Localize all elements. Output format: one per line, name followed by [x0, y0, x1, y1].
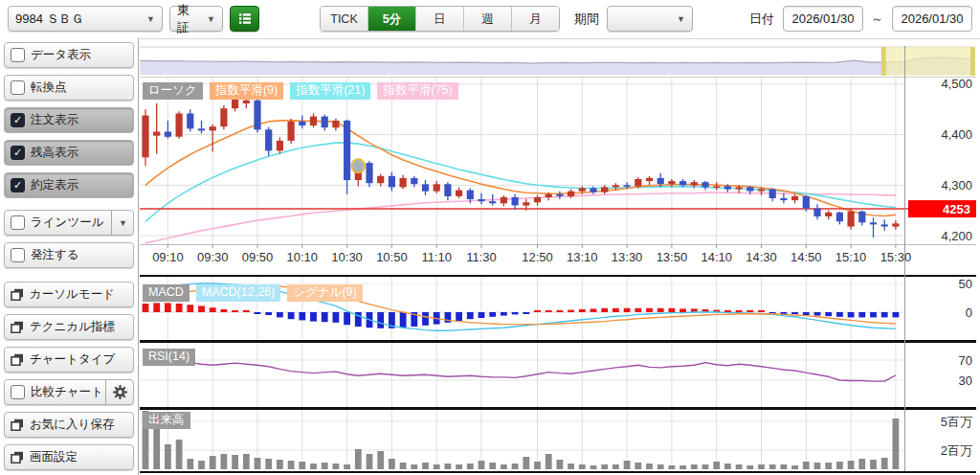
sidebar-item-label: 注文表示 — [31, 112, 78, 128]
turning-point-checkbox[interactable] — [11, 80, 25, 95]
place-order-checkbox[interactable] — [11, 248, 25, 262]
navigator-handle-right[interactable] — [970, 47, 975, 76]
rsi-panel[interactable] — [145, 360, 896, 381]
panels-icon — [11, 288, 24, 301]
legend-ema21: 指数平滑(21) — [290, 82, 370, 100]
chevron-down-icon: ▼ — [141, 14, 155, 24]
sidebar-item-line-tool[interactable]: ラインツール▼ — [4, 210, 134, 236]
sidebar-item-label: 約定表示 — [31, 177, 78, 193]
svg-text:10:30: 10:30 — [331, 250, 363, 264]
rsi-legend: RSI(14) — [143, 349, 195, 366]
svg-text:5百万: 5百万 — [941, 415, 972, 429]
sidebar-item-chart-type[interactable]: チャートタイプ — [4, 347, 134, 373]
date-from-input[interactable]: 2026/01/30 — [783, 6, 863, 32]
chart-svg[interactable]: 4,5004,4004,3004,200425350070305百万2百万09:… — [0, 0, 980, 475]
market-select[interactable]: 東証 ▼ — [169, 6, 223, 32]
sidebar-item-technical-indicator[interactable]: テクニカル指標 — [4, 314, 134, 340]
symbol-select-value: 9984 ＳＢＧ — [15, 11, 84, 28]
chevron-down-icon[interactable]: ▼ — [111, 211, 127, 235]
sidebar-item-place-order[interactable]: 発注する — [4, 242, 134, 268]
navigator[interactable] — [140, 47, 975, 76]
legend-candle: ローソク — [143, 82, 203, 100]
watchlist-button[interactable] — [230, 6, 259, 32]
sidebar-item-data-display[interactable]: データ表示 — [4, 42, 134, 68]
svg-text:15:30: 15:30 — [880, 250, 912, 264]
timeframe-tick[interactable]: TICK — [321, 7, 368, 32]
date-to-input[interactable]: 2026/01/30 — [892, 6, 972, 32]
sidebar-item-screen-settings[interactable]: 画面設定 — [4, 444, 134, 470]
chevron-down-icon: ▼ — [671, 14, 685, 24]
time-axis: 09:1009:3009:5010:1010:3010:5011:1011:30… — [152, 244, 911, 264]
svg-text:15:10: 15:10 — [835, 250, 867, 264]
sidebar-item-execution-display[interactable]: ✓約定表示 — [4, 172, 134, 198]
legend-ema9: 指数平滑(9) — [210, 82, 283, 100]
svg-text:50: 50 — [959, 277, 972, 291]
navigator-handle-left[interactable] — [881, 47, 886, 76]
sidebar-item-label: 転換点 — [31, 79, 67, 96]
timeframe-week[interactable]: 週 — [463, 7, 511, 32]
timeframe-day[interactable]: 日 — [415, 7, 463, 32]
date-label: 日付 — [749, 6, 774, 32]
sidebar-item-save-favorite[interactable]: お気に入り保存 — [4, 412, 134, 438]
svg-text:70: 70 — [959, 353, 972, 368]
volume-legend: 出来高 — [143, 412, 190, 429]
svg-text:0: 0 — [966, 305, 972, 320]
data-display-checkbox[interactable] — [11, 48, 25, 62]
sidebar-item-turning-point[interactable]: 転換点 — [4, 75, 134, 101]
gear-icon[interactable] — [105, 380, 127, 404]
balance-display-checkbox[interactable]: ✓ — [11, 146, 25, 160]
svg-text:10:50: 10:50 — [376, 250, 408, 264]
sidebar-item-label: カーソルモード — [30, 286, 115, 303]
sidebar: データ表示転換点✓注文表示✓残高表示✓約定表示ラインツール▼発注するカーソルモー… — [0, 38, 139, 475]
sidebar-item-cursor-mode[interactable]: カーソルモード — [4, 282, 134, 307]
svg-text:4,500: 4,500 — [941, 77, 972, 91]
sidebar-item-label: 比較チャート — [31, 384, 103, 400]
line-tool-checkbox[interactable] — [11, 215, 25, 230]
sidebar-item-label: ラインツール — [31, 215, 103, 231]
grid — [140, 77, 903, 469]
panels-icon — [11, 418, 24, 431]
panels-icon — [11, 353, 24, 366]
execution-marker — [351, 159, 365, 172]
execution-display-checkbox[interactable]: ✓ — [11, 178, 25, 192]
legend-macd-line: MACD(12,26) — [196, 284, 280, 302]
svg-text:4253: 4253 — [943, 202, 970, 216]
svg-text:09:50: 09:50 — [242, 250, 274, 264]
svg-text:11:10: 11:10 — [421, 250, 452, 264]
svg-text:11:30: 11:30 — [466, 250, 497, 264]
svg-text:14:30: 14:30 — [746, 250, 777, 264]
svg-text:10:10: 10:10 — [287, 250, 319, 264]
svg-text:4,200: 4,200 — [941, 229, 972, 243]
svg-text:13:50: 13:50 — [657, 250, 688, 264]
svg-text:2百万: 2百万 — [941, 443, 972, 458]
compare-chart-checkbox[interactable] — [11, 385, 25, 399]
date-range-separator: ～ — [871, 6, 883, 32]
navigator-selection[interactable] — [884, 47, 972, 76]
timeframe-5min[interactable]: 5分 — [368, 7, 415, 32]
svg-text:13:30: 13:30 — [612, 250, 643, 264]
svg-text:4,400: 4,400 — [941, 127, 972, 142]
sidebar-item-label: お気に入り保存 — [30, 417, 114, 433]
sidebar-item-label: チャートタイプ — [30, 351, 115, 368]
panels-icon — [11, 451, 24, 464]
svg-text:09:10: 09:10 — [152, 250, 184, 264]
svg-text:4,300: 4,300 — [941, 178, 972, 192]
sidebar-item-balance-display[interactable]: ✓残高表示 — [4, 140, 134, 166]
sidebar-item-compare-chart[interactable]: 比較チャート — [4, 379, 134, 405]
legend-macd: MACD — [143, 284, 189, 302]
sidebar-item-label: 残高表示 — [31, 145, 78, 161]
legend-rsi: RSI(14) — [143, 349, 195, 366]
period-select[interactable]: ▼ — [607, 6, 693, 32]
timeframe-month[interactable]: 月 — [511, 7, 559, 32]
timeframe-group: TICK5分日週月 — [320, 6, 560, 32]
sidebar-item-label: 発注する — [31, 247, 79, 263]
main-chart[interactable] — [140, 94, 909, 242]
volume-panel[interactable] — [143, 411, 900, 469]
order-display-checkbox[interactable]: ✓ — [11, 113, 25, 127]
svg-text:30: 30 — [959, 373, 972, 388]
panels-icon — [11, 321, 24, 333]
symbol-select[interactable]: 9984 ＳＢＧ ▼ — [8, 6, 163, 32]
main-chart-legend: ローソク指数平滑(9)指数平滑(21)指数平滑(75) — [143, 82, 458, 100]
sidebar-item-order-display[interactable]: ✓注文表示 — [4, 107, 134, 133]
legend-ema75: 指数平滑(75) — [377, 82, 457, 100]
